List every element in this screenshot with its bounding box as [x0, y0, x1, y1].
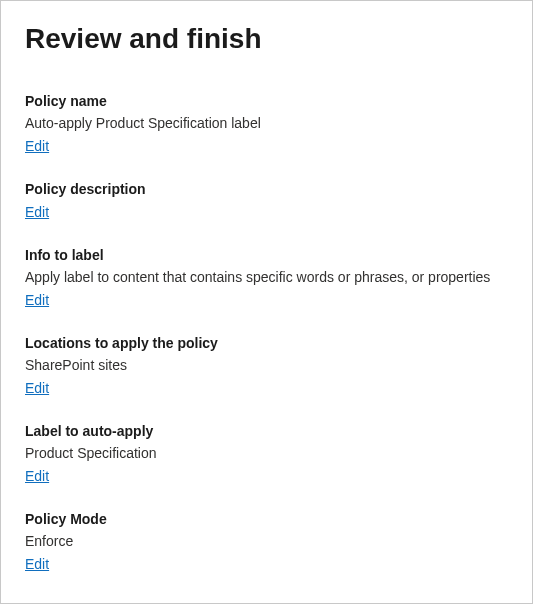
info-to-label-heading: Info to label	[25, 247, 508, 263]
page-title: Review and finish	[25, 23, 508, 55]
edit-info-to-label-link[interactable]: Edit	[25, 292, 49, 308]
info-to-label-value: Apply label to content that contains spe…	[25, 269, 508, 285]
review-finish-panel: Review and finish Policy name Auto-apply…	[0, 0, 533, 604]
edit-locations-link[interactable]: Edit	[25, 380, 49, 396]
edit-policy-description-link[interactable]: Edit	[25, 204, 49, 220]
policy-mode-value: Enforce	[25, 533, 508, 549]
locations-value: SharePoint sites	[25, 357, 508, 373]
section-info-to-label: Info to label Apply label to content tha…	[25, 247, 508, 309]
section-policy-name: Policy name Auto-apply Product Specifica…	[25, 93, 508, 155]
edit-label-to-auto-apply-link[interactable]: Edit	[25, 468, 49, 484]
edit-policy-name-link[interactable]: Edit	[25, 138, 49, 154]
section-policy-mode: Policy Mode Enforce Edit	[25, 511, 508, 573]
section-locations: Locations to apply the policy SharePoint…	[25, 335, 508, 397]
locations-heading: Locations to apply the policy	[25, 335, 508, 351]
policy-mode-heading: Policy Mode	[25, 511, 508, 527]
policy-name-heading: Policy name	[25, 93, 508, 109]
policy-description-heading: Policy description	[25, 181, 508, 197]
section-label-to-auto-apply: Label to auto-apply Product Specificatio…	[25, 423, 508, 485]
edit-policy-mode-link[interactable]: Edit	[25, 556, 49, 572]
policy-name-value: Auto-apply Product Specification label	[25, 115, 508, 131]
label-to-auto-apply-heading: Label to auto-apply	[25, 423, 508, 439]
section-policy-description: Policy description Edit	[25, 181, 508, 221]
label-to-auto-apply-value: Product Specification	[25, 445, 508, 461]
